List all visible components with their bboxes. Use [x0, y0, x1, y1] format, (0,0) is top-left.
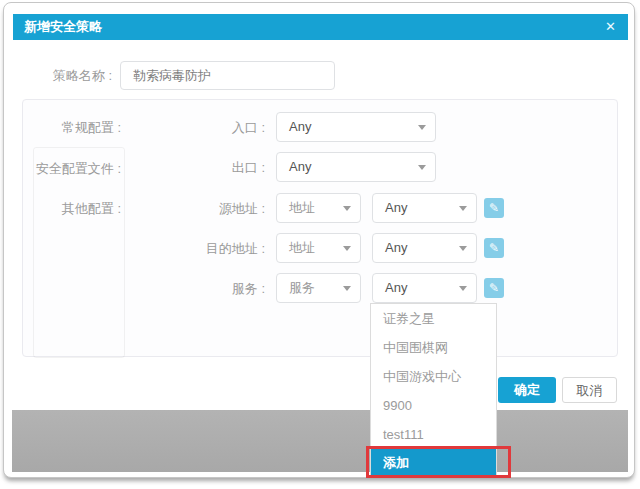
- inlet-select[interactable]: Any: [276, 112, 436, 142]
- source-address-select[interactable]: Any: [372, 193, 477, 223]
- chevron-down-icon: [418, 125, 426, 130]
- dialog-titlebar: 新增安全策略 ✕: [13, 14, 628, 40]
- dropdown-option[interactable]: 中国围棋网: [371, 333, 496, 362]
- close-icon[interactable]: ✕: [605, 14, 616, 40]
- edit-icon[interactable]: ✎: [484, 278, 504, 298]
- dropdown-option-add[interactable]: 添加: [371, 449, 496, 477]
- service-type-select[interactable]: 服务: [276, 273, 361, 303]
- outlet-select[interactable]: Any: [276, 152, 436, 182]
- destination-address-type-select[interactable]: 地址: [276, 233, 361, 263]
- chevron-down-icon: [343, 286, 351, 291]
- policy-name-label: 策略名称 :: [20, 68, 112, 83]
- chevron-down-icon: [343, 206, 351, 211]
- dropdown-option[interactable]: 中国游戏中心: [371, 362, 496, 391]
- section-group-box: [33, 147, 125, 358]
- edit-icon[interactable]: ✎: [484, 238, 504, 258]
- new-security-policy-dialog: 新增安全策略 ✕ 策略名称 : 勒索病毒防护 常规配置 : 安全配置文件 : 其…: [0, 0, 640, 489]
- dialog-title: 新增安全策略: [24, 19, 102, 34]
- dropdown-option[interactable]: test111: [371, 420, 496, 449]
- inlet-label: 入口 :: [150, 120, 265, 135]
- chevron-down-icon: [459, 246, 467, 251]
- dropdown-option[interactable]: 9900: [371, 391, 496, 420]
- dimmed-background-strip: [12, 410, 628, 472]
- chevron-down-icon: [343, 246, 351, 251]
- section-other-label: 其他配置 :: [20, 201, 121, 216]
- source-address-label: 源地址 :: [150, 201, 265, 216]
- source-address-type-select[interactable]: 地址: [276, 193, 361, 223]
- dropdown-option[interactable]: 证券之星: [371, 304, 496, 333]
- destination-address-select[interactable]: Any: [372, 233, 477, 263]
- edit-icon[interactable]: ✎: [484, 198, 504, 218]
- outlet-label: 出口 :: [150, 160, 265, 175]
- chevron-down-icon: [418, 165, 426, 170]
- service-dropdown-list: 证券之星 中国围棋网 中国游戏中心 9900 test111 添加: [370, 303, 497, 478]
- cancel-button[interactable]: 取消: [562, 377, 617, 403]
- section-security-profile-label: 安全配置文件 :: [20, 161, 121, 176]
- section-general-label: 常规配置 :: [20, 120, 121, 135]
- destination-address-label: 目的地址 :: [150, 241, 265, 256]
- chevron-down-icon: [459, 286, 467, 291]
- chevron-down-icon: [459, 206, 467, 211]
- service-select[interactable]: Any: [372, 273, 477, 303]
- policy-name-input[interactable]: 勒索病毒防护: [120, 61, 335, 90]
- ok-button[interactable]: 确定: [498, 377, 556, 403]
- service-label: 服务 :: [150, 281, 265, 296]
